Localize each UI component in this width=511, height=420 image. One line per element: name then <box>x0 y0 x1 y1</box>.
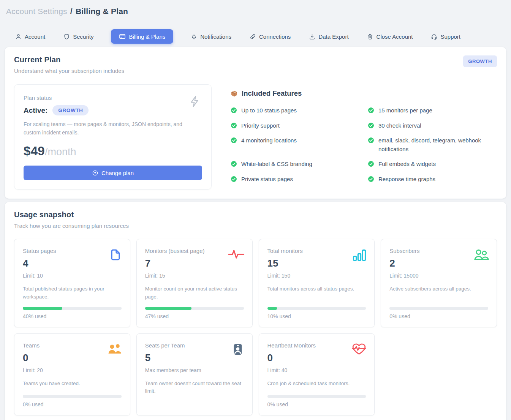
usage-percent-label: 10% used <box>267 313 366 319</box>
file-icon <box>109 248 122 262</box>
progress-track <box>23 307 122 310</box>
usage-card-monitors-busiest-page: Monitors (busiest page) 7 Limit: 15 Moni… <box>136 239 253 327</box>
plan-status-badge: GROWTH <box>52 105 89 115</box>
usage-card-teams: Teams 0 Limit: 20 Teams you have created… <box>14 333 130 416</box>
usage-card-heartbeat-monitors: Heartbeat Monitors 0 Limit: 40 Cron job … <box>259 333 375 416</box>
usage-subtitle: Track how you are consuming plan resourc… <box>14 223 497 229</box>
usage-card-seats-per-team: Seats per Team 5 Max members per team Te… <box>136 333 253 416</box>
usage-title: Usage snapshot <box>14 210 497 219</box>
feature-item: email, slack, discord, telegram, webhook… <box>368 136 497 153</box>
id-badge-icon <box>231 342 245 357</box>
usage-card-limit: Limit: 15 <box>145 273 244 279</box>
breadcrumb-section[interactable]: Account Settings <box>6 7 67 16</box>
usage-card-limit: Limit: 20 <box>23 367 122 373</box>
usage-percent-label: 0% used <box>389 313 488 319</box>
feature-label: Priority support <box>241 122 280 130</box>
tab-label: Notifications <box>200 33 231 40</box>
tab-label: Support <box>440 33 460 40</box>
progress-track <box>267 395 366 398</box>
usage-card-limit: Max members per team <box>145 367 244 373</box>
usage-progress: 40% used <box>23 301 122 319</box>
plan-price: $49 /month <box>24 144 202 158</box>
package-icon <box>231 90 238 97</box>
bar-chart-icon <box>352 248 367 262</box>
shield-icon <box>63 33 70 40</box>
feature-item: 4 monitoring locations <box>231 136 359 153</box>
usage-progress: 0% used <box>23 389 122 407</box>
usage-card-limit: Limit: 40 <box>267 367 366 373</box>
usage-card-status-pages: Status pages 4 Limit: 10 Total published… <box>14 239 130 327</box>
arrow-up-circle-icon <box>92 170 98 176</box>
change-plan-label: Change plan <box>101 170 134 176</box>
feature-label: 30 check interval <box>378 122 421 130</box>
usage-card-title: Status pages <box>23 248 122 254</box>
plan-status-row: Active: GROWTH <box>24 105 202 115</box>
usage-percent-label: 40% used <box>23 313 122 319</box>
tab-close-account[interactable]: Close Account <box>366 30 414 44</box>
check-circle-icon <box>368 176 374 182</box>
users-outline-icon <box>473 248 489 262</box>
price-period: /month <box>45 146 76 158</box>
tab-label: Connections <box>259 33 291 40</box>
feature-item: 15 monitors per page <box>368 106 497 115</box>
headset-icon <box>431 33 437 40</box>
breadcrumb-separator: / <box>70 7 73 16</box>
usage-snapshot-panel: Usage snapshot Track how you are consumi… <box>5 202 506 420</box>
usage-card-description: Cron job & scheduled task monitors. <box>267 380 366 387</box>
breadcrumb: Account Settings / Billing & Plan <box>6 7 506 16</box>
check-circle-icon <box>231 176 237 182</box>
features-grid: Up to 10 status pages 15 monitors per pa… <box>231 106 497 183</box>
tab-security[interactable]: Security <box>63 30 94 44</box>
progress-fill <box>23 307 62 310</box>
tab-connections[interactable]: Connections <box>249 30 291 44</box>
feature-item: 30 check interval <box>368 122 497 130</box>
usage-progress: 0% used <box>267 389 366 407</box>
usage-card-description: Total monitors across all status pages. <box>267 285 366 293</box>
plan-status-card: Plan status Active: GROWTH For scaling t… <box>14 84 212 189</box>
trash-icon <box>367 33 373 40</box>
progress-track <box>145 307 244 310</box>
lightning-icon <box>188 95 201 110</box>
plan-status-label: Plan status <box>24 95 202 101</box>
tab-data-export[interactable]: Data Export <box>308 30 349 44</box>
usage-progress: 10% used <box>267 301 366 319</box>
current-plan-subtitle: Understand what your subscription includ… <box>14 68 124 74</box>
check-circle-icon <box>368 107 374 114</box>
feature-label: 4 monitoring locations <box>241 136 297 145</box>
tab-billing-plans[interactable]: Billing & Plans <box>111 29 173 44</box>
feature-item: Response time graphs <box>368 175 497 184</box>
download-icon <box>309 33 315 40</box>
plan-body: Plan status Active: GROWTH For scaling t… <box>14 84 497 189</box>
tab-label: Security <box>73 33 93 40</box>
check-circle-icon <box>368 122 374 129</box>
usage-card-description: Total published status pages in your wor… <box>23 285 122 301</box>
usage-progress: 0% used <box>389 301 488 319</box>
features-title: Included Features <box>242 89 302 98</box>
progress-fill <box>267 307 277 310</box>
feature-label: 15 monitors per page <box>378 106 432 115</box>
link-icon <box>250 33 256 40</box>
usage-card-limit: Limit: 10 <box>23 273 122 279</box>
usage-card-description: Teams you have created. <box>23 380 122 387</box>
usage-card-value: 5 <box>145 352 244 364</box>
usage-percent-label: 0% used <box>23 401 122 407</box>
tab-label: Account <box>25 33 45 40</box>
usage-grid: Status pages 4 Limit: 10 Total published… <box>14 239 497 415</box>
users-filled-icon <box>107 342 122 356</box>
current-plan-panel: Current Plan Understand what your subscr… <box>5 47 506 199</box>
billing-page: Account Settings / Billing & Plan Accoun… <box>0 0 511 420</box>
feature-item: Full embeds & widgets <box>368 160 497 169</box>
progress-track <box>267 307 366 310</box>
tab-notifications[interactable]: Notifications <box>190 30 232 44</box>
feature-item: Private status pages <box>231 175 359 184</box>
tab-support[interactable]: Support <box>430 30 461 44</box>
progress-track <box>23 395 122 398</box>
bell-icon <box>191 33 197 40</box>
tab-account[interactable]: Account <box>14 30 46 44</box>
credit-card-icon <box>119 33 126 40</box>
feature-item: Priority support <box>231 122 359 130</box>
change-plan-button[interactable]: Change plan <box>24 166 202 180</box>
current-plan-title: Current Plan <box>14 55 124 64</box>
activity-icon <box>228 248 245 261</box>
tab-label: Close Account <box>377 33 413 40</box>
